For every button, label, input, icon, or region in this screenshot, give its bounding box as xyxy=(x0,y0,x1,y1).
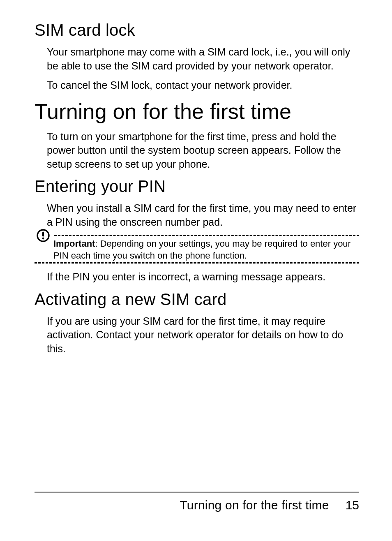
paragraph: When you install a SIM card for the firs… xyxy=(35,201,359,229)
heading-sim-card-lock: SIM card lock xyxy=(35,21,359,39)
divider-dashed xyxy=(35,262,359,264)
page-number: 15 xyxy=(346,498,359,512)
svg-rect-1 xyxy=(42,232,44,237)
paragraph: To cancel the SIM lock, contact your net… xyxy=(35,79,359,92)
paragraph: If you are using your SIM card for the f… xyxy=(35,314,359,356)
page-footer: Turning on for the first time 15 xyxy=(35,492,359,512)
paragraph: Your smartphone may come with a SIM card… xyxy=(35,45,359,73)
footer-rule xyxy=(35,492,359,492)
important-label: Important xyxy=(53,238,95,249)
heading-activating-sim: Activating a new SIM card xyxy=(35,290,359,309)
important-note: Important: Depending on your settings, y… xyxy=(35,235,359,264)
footer-title: Turning on for the first time xyxy=(180,498,329,512)
paragraph: If the PIN you enter is incorrect, a war… xyxy=(35,270,359,284)
svg-point-2 xyxy=(42,238,44,240)
important-text: Important: Depending on your settings, y… xyxy=(53,238,359,261)
paragraph: To turn on your smartphone for the first… xyxy=(35,130,359,171)
heading-entering-pin: Entering your PIN xyxy=(35,177,359,196)
heading-turning-on: Turning on for the first time xyxy=(35,100,359,123)
important-icon xyxy=(35,229,53,243)
document-page: SIM card lock Your smartphone may come w… xyxy=(0,0,392,541)
important-body: : Depending on your settings, you may be… xyxy=(53,238,351,261)
